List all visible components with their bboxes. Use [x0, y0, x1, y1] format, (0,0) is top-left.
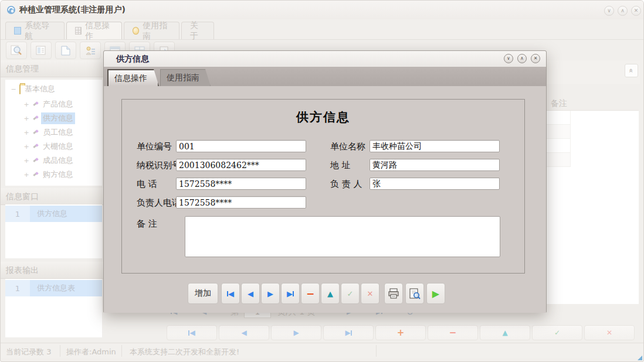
dialog-minimize-button[interactable]: ∨ [504, 54, 513, 63]
tax-id-field[interactable] [176, 159, 306, 171]
window-minimize-button[interactable]: ∨ [604, 6, 614, 16]
info-windows-list: 1 供方信息 [5, 204, 102, 258]
run-report-button[interactable]: ▶ [426, 283, 445, 304]
sidebar-section-information-management[interactable]: 信息管理 [1, 60, 106, 77]
record-count-status: 当前记录数 3 [6, 347, 51, 357]
chevron-down-icon: ∨ [607, 8, 611, 13]
unit-no-label: 单位编号 [137, 141, 172, 152]
employee-toolbar-button[interactable] [80, 42, 101, 59]
expand-node-icon[interactable]: + [23, 171, 30, 179]
document-icon [60, 45, 71, 56]
new-document-toolbar-button[interactable] [55, 42, 76, 59]
delete-record-button[interactable]: − [301, 283, 320, 304]
add-button[interactable]: 增加 [188, 283, 218, 304]
report-output-list: 1 供方信息表 [5, 279, 102, 337]
tab-user-guide[interactable]: 使用指南 [124, 22, 179, 39]
report-toolbar-button[interactable] [30, 42, 52, 59]
expand-node-icon[interactable]: + [23, 101, 30, 108]
record-confirm-button[interactable]: ✓ [532, 325, 582, 340]
print-button[interactable] [384, 283, 403, 304]
preview-icon [409, 288, 421, 299]
tab-system-navigation[interactable]: 系统导航 [5, 22, 65, 39]
titlebar: 种植业管理系统(非注册用户) ∨ ∧ ✕ [1, 1, 644, 19]
unit-no-field[interactable] [176, 140, 306, 152]
report-icon [35, 45, 47, 56]
address-label: 地 址 [330, 160, 351, 171]
collapse-panel-button[interactable]: « [625, 64, 638, 77]
tree-node-buyer-info[interactable]: + 购方信息 [23, 169, 75, 180]
manager-field[interactable] [370, 177, 500, 190]
window-close-button[interactable]: ✕ [631, 6, 641, 16]
dialog-titlebar: 供方信息 ∨ ∧ ✕ [104, 51, 546, 67]
address-field[interactable] [370, 159, 500, 171]
navigation-icon [14, 27, 21, 35]
tax-id-label: 纳税识别号 [137, 160, 181, 171]
preview-toolbar-button[interactable] [6, 42, 27, 59]
cancel-button[interactable]: ✕ [361, 283, 379, 304]
grid-rows [545, 111, 571, 167]
sidebar-section-info-windows[interactable]: 信息窗口 [1, 188, 106, 205]
dialog-close-button[interactable]: ✕ [531, 54, 540, 63]
first-record-icon: ◀ [228, 289, 234, 298]
collapse-node-icon[interactable]: − [10, 86, 17, 93]
tree-node-supplier-info[interactable]: + 供方信息 [23, 112, 75, 124]
chevron-up-icon: ∧ [621, 8, 625, 13]
remarks-field[interactable] [185, 216, 500, 257]
dialog-tab-information-operations[interactable]: 信息操作 [107, 69, 159, 86]
operator-status: 操作者:Admin [66, 347, 116, 357]
record-prev-button[interactable]: ◀ [219, 325, 269, 340]
guide-icon [133, 27, 139, 35]
tree-node-product-info[interactable]: + 产品信息 [23, 98, 75, 110]
app-window: 种植业管理系统(非注册用户) ∨ ∧ ✕ 系统导航 信息操作 使用指南 关于 [0, 0, 644, 362]
first-record-button[interactable]: ◀ [221, 283, 240, 304]
resize-grip[interactable] [638, 356, 642, 360]
tool-icon [32, 170, 39, 179]
expand-node-icon[interactable]: + [23, 129, 30, 136]
phone-field[interactable] [176, 177, 306, 190]
tree-node-greenhouse-info[interactable]: + 大棚信息 [23, 141, 75, 152]
dialog-tab-user-guide[interactable]: 使用指南 [160, 69, 211, 86]
close-icon: ✕ [634, 8, 639, 13]
record-delete-button[interactable]: − [428, 325, 478, 340]
remarks-label: 备 注 [137, 218, 157, 230]
edit-record-button[interactable]: ▲ [321, 283, 340, 304]
record-cancel-button[interactable]: ✕ [584, 325, 635, 340]
last-record-button[interactable]: ▶ [281, 283, 300, 304]
plus-icon: + [397, 327, 405, 338]
print-preview-button[interactable] [405, 283, 424, 304]
record-last-button[interactable]: ▶ [323, 325, 374, 340]
tree-node-basic-info[interactable]: − 基本信息 [10, 83, 57, 95]
confirm-button[interactable]: ✓ [341, 283, 360, 304]
tree-node-employee-info[interactable]: + 员工信息 [23, 127, 75, 138]
last-record-icon: ▶ [345, 329, 350, 337]
manager-phone-field[interactable] [176, 196, 306, 209]
record-first-button[interactable]: ◀ [167, 325, 217, 340]
chevron-up-icon: ∧ [520, 56, 524, 61]
column-header-remarks[interactable]: 备注 [551, 98, 567, 109]
dialog-maximize-button[interactable]: ∧ [517, 54, 527, 63]
expand-node-icon[interactable]: + [23, 115, 30, 122]
next-record-button[interactable]: ▶ [261, 283, 280, 304]
prev-record-button[interactable]: ◀ [241, 283, 260, 304]
sidebar-section-report-output[interactable]: 报表输出 [1, 262, 106, 279]
app-title: 种植业管理系统(非注册用户) [19, 5, 126, 15]
phone-label: 电 话 [137, 179, 157, 190]
tab-information-operations[interactable]: 信息操作 [66, 22, 122, 39]
cross-icon: ✕ [367, 289, 374, 298]
expand-node-icon[interactable]: + [23, 157, 30, 165]
record-edit-button[interactable]: ▲ [480, 325, 530, 340]
expand-node-icon[interactable]: + [23, 143, 30, 151]
last-record-icon: ▶ [287, 289, 293, 298]
prev-record-icon: ◀ [241, 329, 246, 337]
unit-name-field[interactable] [370, 140, 500, 152]
record-add-button[interactable]: + [375, 325, 426, 340]
list-item-supplier-report[interactable]: 1 供方信息表 [5, 280, 102, 296]
search-icon [10, 45, 23, 56]
window-maximize-button[interactable]: ∧ [618, 6, 628, 16]
dialog-content: 供方信息 单位编号 单位名称 纳税识别号 地 址 电 话 负 责 人 负责人电话… [104, 86, 546, 313]
tree-node-finished-product-info[interactable]: + 成品信息 [23, 155, 75, 166]
record-next-button[interactable]: ▶ [271, 325, 321, 340]
list-item-supplier-window[interactable]: 1 供方信息 [5, 206, 102, 222]
edit-icon: ▲ [502, 329, 507, 337]
tab-about[interactable]: 关于 [181, 22, 214, 39]
